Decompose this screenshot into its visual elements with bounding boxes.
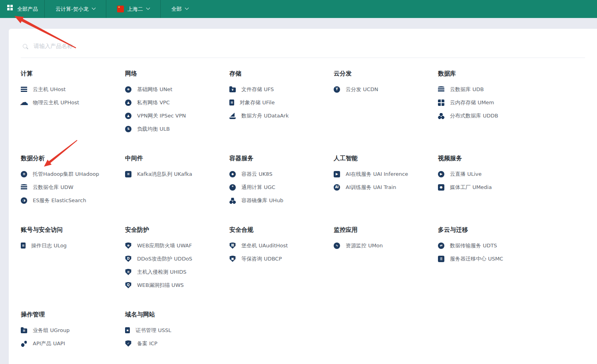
category-security-protect: 安全防护WEB应用防火墙 UWAFDDoS攻击防护 UDDoS主机入侵检测 UH… [125,226,229,292]
all-products-grid-icon [7,5,10,7]
container-registry-icon [229,197,236,204]
product-item-umem[interactable]: 云内存存储 UMem [438,96,542,109]
product-item-ugc[interactable]: 通用计算 UGC [229,181,334,194]
product-label: ES服务 ElasticSearch [33,197,86,204]
product-label: 媒体工厂 UMedia [450,184,492,191]
hadoop-icon [21,171,27,177]
topbar-item-filter-all[interactable]: 全部 [161,0,199,18]
product-item-ugroup[interactable]: 业务组 UGroup [21,324,125,337]
product-label: 数据传输服务 UDTS [450,242,497,249]
category-multicloud: 多云与迁移数据传输服务 UDTS服务器迁移中心 USMC [438,226,542,265]
category-title: 账号与安全访问 [21,226,125,234]
product-item-uapi[interactable]: API产品 UAPI [21,337,125,350]
product-item-ussl[interactable]: 证书管理 USSL [125,324,229,337]
product-item-uhub[interactable]: 容器镜像库 UHub [229,194,334,207]
product-item-ukafka[interactable]: Kafka消息队列 UKafka [125,167,229,181]
category-monitoring: 监控应用资源监控 UMon [334,226,438,252]
category-compute: 计算云主机 UHost物理云主机 UPHost [21,70,125,109]
product-label: WEB漏洞扫描 UWS [137,282,184,289]
product-sections: 计算云主机 UHost物理云主机 UPHost网络基础网络 UNet私有网络 V… [21,70,585,350]
file-storage-folder-icon [229,88,236,92]
product-item-ulog[interactable]: 操作日志 ULog [21,239,125,252]
category-title: 存储 [229,70,334,78]
category-title: 云分发 [334,70,438,78]
all-products-panel: 计算云主机 UHost物理云主机 UPHost网络基础网络 UNet私有网络 V… [9,29,597,364]
topbar-item-region[interactable]: 上海二 [106,0,161,18]
product-label: 云数据仓库 UDW [33,184,74,191]
waf-shield-icon [125,243,131,249]
category-data-analysis: 数据分析托管Hadoop集群 UHadoop云数据仓库 UDWES服务 Elas… [21,154,125,207]
product-label: 数据方舟 UDataArk [241,112,289,119]
icp-record-shield-icon [125,340,131,347]
product-label: 等保咨询 UDBCP [241,255,282,263]
ssl-certificate-icon [125,327,130,333]
product-item-uws[interactable]: WEB漏洞扫描 UWS [125,278,229,292]
product-label: 容器云 UK8S [241,171,273,178]
product-item-ucdn[interactable]: 云分发 UCDN [334,83,438,96]
product-item-ipsecvpn[interactable]: VPN网关 IPSec VPN [125,109,229,122]
product-label: 云数据库 UDB [450,86,484,93]
product-item-ufile[interactable]: 对象存储 UFile [229,96,334,109]
product-item-uhost[interactable]: 云主机 UHost [21,83,125,96]
product-item-uwaf[interactable]: WEB应用防火墙 UWAF [125,239,229,252]
product-item-ulb[interactable]: 负载均衡 ULB [125,122,229,135]
product-item-udbcp[interactable]: 等保咨询 UDBCP [229,252,334,265]
chevron-down-icon [185,6,189,10]
search-divider [21,58,585,58]
product-item-udts[interactable]: 数据传输服务 UDTS [438,239,542,252]
distributed-db-cluster-icon [438,113,444,119]
product-item-uk8s[interactable]: 容器云 UK8S [229,167,334,181]
product-item-icp[interactable]: 备案 ICP [125,337,229,350]
resource-monitor-pulse-icon [334,243,340,249]
topbar-item-label: 上海二 [127,6,143,13]
topbar-item-all-products[interactable]: 全部产品 [0,0,45,18]
product-item-uai-train[interactable]: AI训练服务 UAI Train [334,181,438,194]
load-balancer-icon [125,126,131,132]
product-item-uaudithost[interactable]: 堡垒机 UAuditHost [229,239,334,252]
data-transfer-cloud-icon [438,243,444,249]
product-label: 业务组 UGroup [33,327,70,334]
product-label: API产品 UAPI [33,340,65,347]
product-item-uddb[interactable]: 分布式数据库 UDDB [438,109,542,122]
product-item-udw[interactable]: 云数据仓库 UDW [21,181,125,194]
vpn-gateway-icon [125,113,131,119]
product-label: 堡垒机 UAuditHost [241,242,288,249]
product-item-ulive[interactable]: 云直播 ULive [438,167,542,181]
product-item-usmc[interactable]: 服务器迁移中心 USMC [438,252,542,265]
product-item-unet[interactable]: 基础网络 UNet [125,83,229,96]
live-streaming-cloud-icon [438,171,444,177]
memory-storage-grid-icon [438,99,444,106]
operation-log-icon [21,243,26,249]
product-item-uhadoop[interactable]: 托管Hadoop集群 UHadoop [21,167,125,181]
product-label: 托管Hadoop集群 UHadoop [33,171,99,178]
chevron-down-icon [146,6,150,10]
general-compute-gear-icon [229,184,236,191]
product-item-uddos[interactable]: DDoS攻击防护 UDDoS [125,252,229,265]
product-item-vpc[interactable]: 私有网络 VPC [125,96,229,109]
ai-inference-icon [334,171,340,177]
category-title: 安全防护 [125,226,229,234]
category-security-compliance: 安全合规堡垒机 UAuditHost等保咨询 UDBCP [229,226,334,265]
product-item-ufs[interactable]: 文件存储 UFS [229,83,334,96]
chevron-down-icon [92,6,96,10]
product-item-uphost[interactable]: 物理云主机 UPHost [21,96,125,109]
product-item-elasticsearch[interactable]: ES服务 ElasticSearch [21,194,125,207]
category-title: 数据库 [438,70,542,78]
product-item-uai-inference[interactable]: AI在线服务 UAI Inference [334,167,438,181]
web-scan-shield-icon [125,282,131,288]
product-item-udb[interactable]: 云数据库 UDB [438,83,542,96]
product-label: 云直播 ULive [450,171,482,178]
server-migration-icon [438,256,444,262]
product-item-umon[interactable]: 资源监控 UMon [334,239,438,252]
database-cylinder-icon [438,86,444,92]
product-label: 服务器迁移中心 USMC [450,255,503,263]
data-warehouse-icon [21,184,27,190]
topbar-item-project[interactable]: 云计算-贺小龙 [45,0,106,18]
product-item-uhids[interactable]: 主机入侵检测 UHIDS [125,265,229,278]
product-item-umedia[interactable]: 媒体工厂 UMedia [438,181,542,194]
elasticsearch-icon [21,197,27,204]
product-item-udataark[interactable]: 数据方舟 UDataArk [229,109,334,122]
kafka-queue-icon [125,171,131,177]
product-label: 私有网络 VPC [137,99,170,106]
search-input[interactable] [33,42,585,50]
